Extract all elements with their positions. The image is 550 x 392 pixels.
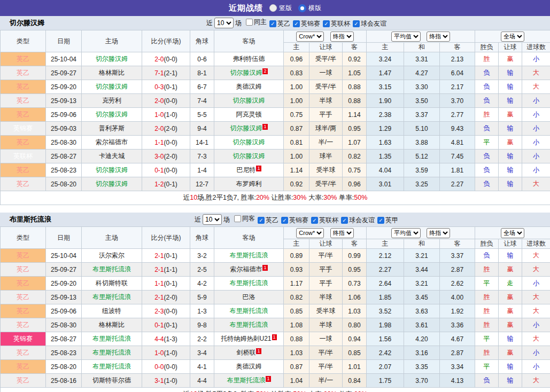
match-count-select[interactable]: 10 [214,18,234,28]
league-checkbox[interactable]: ✓英锦赛 [281,216,308,225]
odds-stage-select[interactable]: 终指 [330,228,354,238]
league-checkbox[interactable]: ✓球会友谊 [341,216,375,225]
layout-option-vertical[interactable]: 竖版 [269,4,292,13]
away-team-cell: 布里斯托流浪 [214,277,284,291]
match-count-select[interactable]: 10 [203,214,222,225]
checkbox-label: 同客 [242,214,255,223]
result-text: 赢 [507,138,514,146]
result-cell: 平 [475,332,499,346]
result-text: 赢 [507,55,514,62]
avg-stage-select[interactable]: 终指 [427,32,450,42]
halftime-score: (1-3) [164,335,177,343]
handicap-result-cell: 输 [499,150,522,163]
odds-group-header: Crow* 终指 [284,227,367,239]
result-text: 输 [507,69,514,76]
same-side-checkbox[interactable]: 同客 [234,214,255,223]
score-cell: 3-1(1-0) [142,374,190,388]
avg-home-cell: 4.04 [367,163,404,177]
recent-matches-table: 类型 日期 主场 比分(半场) 角球 客场 Crow* 终指 平均值 终指 全场 [0,30,550,205]
match-row: 英乙25-08-30格林斯比0-1(0-1)9-8布里斯托流浪1.08半球0.8… [1,318,550,332]
result-text: 大 [533,180,539,187]
odds-source-select[interactable]: Crow* [296,32,324,42]
col-away: 客场 [214,30,284,52]
result-text: 负 [484,252,490,259]
goals-result-cell: 小 [522,108,550,122]
league-checkbox[interactable]: ✓英乙 [258,216,278,225]
halftime-score: (0-0) [164,56,177,63]
checkbox-label: 英乙 [277,19,290,28]
same-side-checkbox[interactable]: 同主 [246,18,267,27]
games-label: 场 [235,19,242,28]
result-text: 负 [484,180,490,187]
avg-source-select[interactable]: 平均值 [391,32,421,42]
score-cell: 1-1(0-1) [142,277,190,291]
date-cell: 25-08-20 [46,177,82,191]
away-team-cell: 切尔滕汉姆1 [214,122,284,136]
league-checkbox[interactable]: ✓英联杯 [311,216,338,225]
col-goals-result: 进球数 [522,43,550,52]
avg-source-select[interactable]: 平均值 [391,228,421,238]
league-checkbox[interactable]: ✓球会友谊 [353,19,386,28]
handicap-result-cell: 输 [499,94,522,108]
checkbox-checked-icon: ✓ [269,20,276,27]
away-team-cell: 布里斯托流浪 [214,304,284,318]
date-cell: 25-08-27 [46,332,82,346]
avg-home-cell: 3.15 [367,80,404,94]
date-cell: 25-09-27 [46,263,82,277]
result-text: 大 [533,307,539,315]
result-text: 平 [484,138,490,146]
layout-option-horizontal[interactable]: 横版 [298,4,321,13]
league-checkbox[interactable]: ✓英锦赛 [293,19,320,28]
col-odds-handicap: 让球 [309,43,343,52]
result-text: 负 [484,152,490,160]
scope-group-header: 全场 [475,30,550,43]
halftime-score: (1-0) [164,349,177,357]
result-cell: 平 [475,277,499,291]
league-checkbox[interactable]: ✓英联杯 [323,19,350,28]
away-team-cell: 切尔滕汉姆 [214,136,284,150]
odds-source-select[interactable]: Crow* [296,228,324,238]
goals-result-cell: 小 [522,94,550,108]
result-text: 负 [484,97,490,104]
checkbox-checked-icon: ✓ [311,217,318,224]
fulltime-score: 1-1 [154,139,164,146]
goals-result-cell: 小 [522,360,550,374]
avg-away-cell: 6.04 [440,66,475,80]
team-name-text: 切斯特菲尔德 [92,377,131,384]
team-name-text: 布里斯托流浪 [230,321,268,328]
radio-unchecked-icon [269,4,277,12]
odds-away-cell: 0.94 [343,332,367,346]
date-cell: 25-09-06 [46,304,82,318]
match-row: 英乙25-08-20布里斯托流浪0-0(0-0)4-1奥德汉姆0.87平/半1.… [1,360,550,374]
avg-home-cell: 2.38 [367,108,404,122]
score-cell: 0-1(0-0) [142,163,190,177]
halftime-score: (0-1) [164,181,177,188]
col-odds-away: 客 [343,43,367,52]
away-team-cell: 切尔滕汉姆2 [214,66,284,80]
away-team-cell: 布里斯托流浪 [214,318,284,332]
result-text: 赢 [507,321,514,328]
avg-away-cell: 4.67 [440,332,475,346]
date-cell: 25-08-30 [46,318,82,332]
away-team-cell: 剑桥联1 [214,346,284,360]
home-team-cell: 切斯特菲尔德 [82,374,142,388]
result-text: 负 [484,83,490,90]
team-name-text: 布里斯托流浪 [92,265,131,273]
goals-result-cell: 小 [522,318,550,332]
avg-draw-cell: 3.59 [404,163,440,177]
odds-home-cell: 1.08 [284,318,309,332]
handicap-cell: 受平/半 [309,177,343,191]
avg-stage-select[interactable]: 终指 [427,228,450,238]
league-checkbox[interactable]: ✓英甲 [377,216,398,225]
result-cell: 负 [475,177,499,191]
halftime-score: (1-1) [164,266,177,273]
scope-group-header: 全场 [475,227,550,239]
scope-select[interactable]: 全场 [501,228,524,238]
handicap-cell: 一球 [309,332,343,346]
league-checkbox[interactable]: ✓英乙 [269,19,290,28]
score-cell: 4-4(1-3) [142,332,190,346]
fulltime-score: 2-0 [154,56,164,63]
scope-select[interactable]: 全场 [501,32,524,42]
odds-stage-select[interactable]: 终指 [330,32,354,42]
corner-cell: 9-8 [190,318,214,332]
